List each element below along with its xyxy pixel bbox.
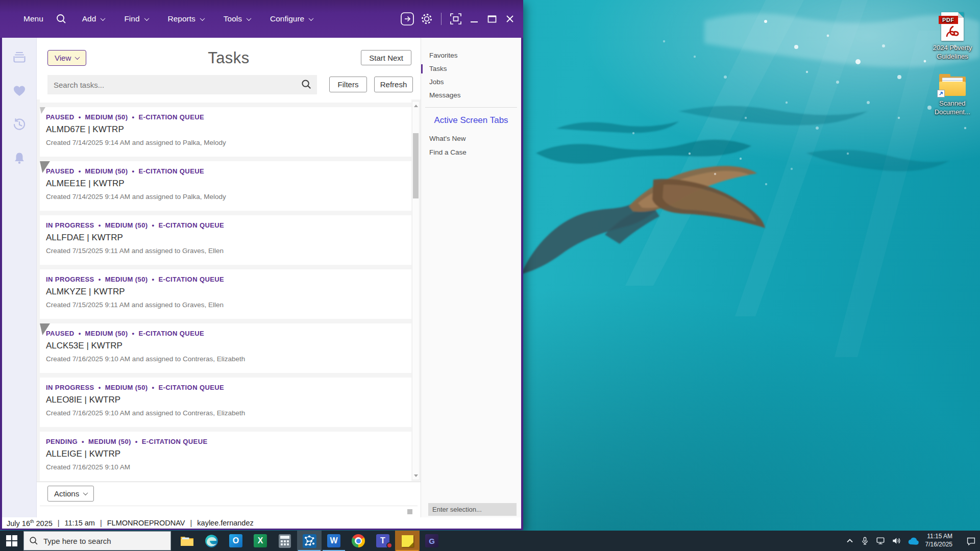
taskbar-search[interactable] (23, 531, 171, 550)
chrome-icon (352, 534, 365, 547)
taskbar-search-input[interactable] (43, 537, 165, 545)
chevron-down-icon (83, 490, 88, 495)
action-center-icon[interactable] (966, 536, 976, 546)
menu-label: Menu (23, 14, 43, 23)
taskbar-app-file-explorer[interactable] (175, 531, 199, 551)
filters-button[interactable]: Filters (329, 77, 367, 92)
maximize-icon[interactable] (486, 13, 498, 25)
close-icon[interactable] (504, 13, 516, 25)
partial-task-card[interactable] (40, 99, 411, 103)
active-screen-tabs-link[interactable]: Active Screen Tabs (421, 115, 521, 126)
taskbar-app-g[interactable]: G (420, 531, 444, 551)
task-created: Created 7/15/2025 9:11 AM and assigned t… (46, 247, 404, 255)
taskbar-app-excel[interactable]: X (248, 531, 273, 551)
task-search (47, 75, 317, 94)
whats-new-link[interactable]: What's New (421, 135, 521, 142)
desktop-icon-label: Scanned (926, 99, 979, 108)
desktop-icon-label: 2024 Poverty (926, 43, 979, 52)
task-card[interactable]: IN PROGRESS•MEDIUM (50)•E-CITATION QUEUE… (40, 378, 411, 427)
taskbar-app-calculator[interactable] (273, 531, 297, 551)
favorites-heart-icon[interactable] (12, 84, 27, 98)
search-input[interactable] (47, 75, 317, 94)
actions-dropdown-button[interactable]: Actions (47, 486, 94, 502)
minimize-icon[interactable] (468, 13, 480, 25)
taskbar-app-word[interactable]: W (322, 531, 346, 551)
priority-badge: MEDIUM (50) (85, 113, 128, 121)
fullscreen-icon[interactable] (449, 12, 462, 26)
case-manager-window: Menu Add Find Reports Tools Configure (0, 0, 523, 530)
find-a-case-link[interactable]: Find a Case (421, 148, 521, 156)
taskbar-app-outlook[interactable]: O (224, 531, 248, 551)
taskbar-app-chrome[interactable] (346, 531, 371, 551)
system-tray: 11:15 AM 7/16/2025 (846, 533, 980, 548)
tasks-panel-header: View Tasks Start Next Filters Refresh (37, 38, 421, 99)
menu-configure[interactable]: Configure (270, 14, 313, 23)
search-icon[interactable] (301, 79, 312, 92)
status-badge: PAUSED (46, 113, 75, 121)
task-created: Created 7/16/2025 9:10 AM and assigned t… (46, 355, 404, 363)
menu-reports[interactable]: Reports (168, 14, 204, 23)
priority-badge: MEDIUM (50) (85, 167, 128, 175)
teams-icon: T (376, 534, 389, 547)
taskbar-clock[interactable]: 11:15 AM 7/16/2025 (925, 533, 952, 548)
sidebar-item-favorites[interactable]: Favorites (421, 49, 521, 62)
task-title: ALEO8IE | KWTRP (46, 395, 404, 405)
sidebar-item-jobs[interactable]: Jobs (421, 76, 521, 89)
task-title: ALMEE1E | KWTRP (46, 179, 404, 189)
task-title: ALLEIGE | KWTRP (46, 449, 404, 459)
start-next-button[interactable]: Start Next (361, 50, 411, 65)
taskbar-app-edge[interactable] (199, 531, 224, 551)
selection-input[interactable] (428, 503, 517, 516)
pop-out-icon[interactable] (400, 12, 414, 26)
taskbar-app-case-manager[interactable] (297, 531, 322, 551)
refresh-button[interactable]: Refresh (374, 77, 413, 92)
task-card[interactable]: PAUSED•MEDIUM (50)•E-CITATION QUEUE ALME… (40, 161, 411, 211)
menu-button[interactable]: Menu (23, 14, 43, 23)
scrollbar-down-arrow[interactable] (412, 472, 419, 479)
resize-grip[interactable] (407, 509, 412, 514)
tray-chevron-up-icon[interactable] (846, 537, 854, 545)
page-fold (958, 12, 964, 18)
tasks-panel-footer: Actions (37, 482, 421, 517)
task-card[interactable]: IN PROGRESS•MEDIUM (50)•E-CITATION QUEUE… (40, 215, 411, 265)
navigation-side-panel: Favorites Tasks Jobs Messages Active Scr… (421, 38, 521, 517)
window-frame (521, 38, 523, 530)
tray-network-icon[interactable] (876, 536, 885, 545)
status-badge: IN PROGRESS (46, 276, 94, 283)
scrollbar-thumb[interactable] (413, 133, 419, 198)
start-button[interactable] (0, 531, 23, 551)
status-time: 11:15 am (65, 519, 95, 527)
queue-tray-icon[interactable] (12, 50, 27, 64)
settings-gear-icon[interactable] (420, 12, 433, 26)
priority-badge: MEDIUM (50) (105, 276, 148, 283)
calculator-icon (279, 534, 291, 548)
scrollbar-up-arrow[interactable] (412, 103, 419, 109)
task-card[interactable]: PENDING•MEDIUM (50)•E-CITATION QUEUE ALL… (40, 432, 411, 481)
menu-search-icon[interactable] (56, 13, 67, 24)
desktop-icon-scanned-documents[interactable]: Scanned Document... (926, 74, 979, 116)
taskbar-app-sticky-notes[interactable] (395, 531, 420, 551)
taskbar-app-teams[interactable]: T (371, 531, 395, 551)
task-created: Created 7/14/2025 9:14 AM and assigned t… (46, 139, 404, 146)
notifications-bell-icon[interactable] (12, 151, 27, 165)
sidebar-item-messages[interactable]: Messages (421, 89, 521, 102)
task-created: Created 7/15/2025 9:11 AM and assigned t… (46, 301, 404, 309)
history-icon[interactable] (12, 117, 27, 132)
tray-volume-icon[interactable] (892, 536, 901, 545)
tray-microphone-icon[interactable] (861, 537, 869, 545)
tray-onedrive-icon[interactable] (908, 537, 919, 545)
divider (441, 13, 442, 25)
menu-tools[interactable]: Tools (224, 14, 251, 23)
task-card[interactable]: IN PROGRESS•MEDIUM (50)•E-CITATION QUEUE… (40, 269, 411, 319)
scrollbar[interactable] (412, 101, 420, 480)
queue-badge: E-CITATION QUEUE (142, 438, 208, 445)
desktop-icon-pdf[interactable]: PDF 2024 Poverty Guidelines (926, 12, 979, 61)
task-card[interactable]: PAUSED•MEDIUM (50)•E-CITATION QUEUE ALMD… (40, 107, 411, 157)
menu-add[interactable]: Add (82, 14, 105, 23)
chevron-down-icon (309, 16, 314, 21)
chevron-down-icon (101, 16, 106, 21)
menu-find[interactable]: Find (124, 14, 148, 23)
queue-badge: E-CITATION QUEUE (138, 330, 204, 337)
sidebar-item-tasks[interactable]: Tasks (421, 62, 521, 76)
task-card[interactable]: PAUSED•MEDIUM (50)•E-CITATION QUEUE ALCK… (40, 323, 411, 373)
